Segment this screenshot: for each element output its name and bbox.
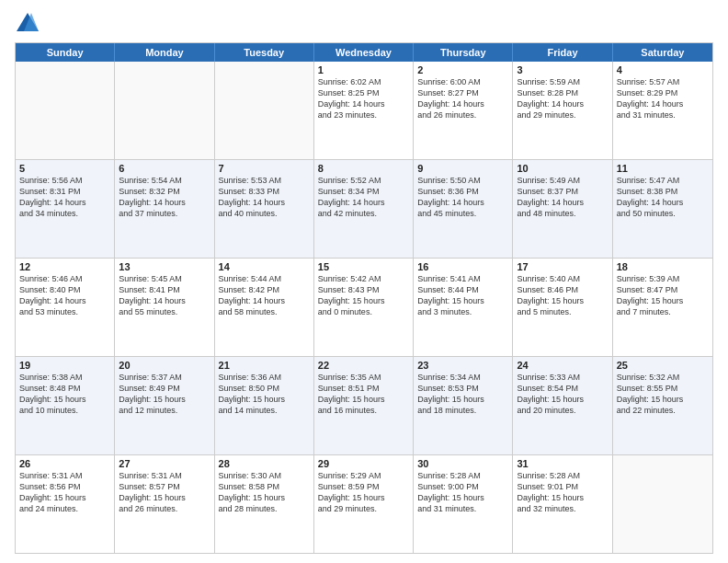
calendar-day-24: 24Sunrise: 5:33 AMSunset: 8:54 PMDayligh… [513, 357, 612, 454]
day-number: 4 [617, 64, 709, 75]
calendar-week-5: 26Sunrise: 5:31 AMSunset: 8:56 PMDayligh… [16, 455, 712, 553]
day-number: 24 [517, 360, 608, 371]
day-number: 29 [318, 458, 409, 469]
calendar-day-23: 23Sunrise: 5:34 AMSunset: 8:53 PMDayligh… [414, 357, 513, 454]
calendar-day-31: 31Sunrise: 5:28 AMSunset: 9:01 PMDayligh… [513, 455, 612, 553]
calendar-day-16: 16Sunrise: 5:41 AMSunset: 8:44 PMDayligh… [414, 259, 513, 356]
day-number: 13 [119, 261, 210, 272]
logo [15, 11, 44, 37]
header [15, 11, 713, 37]
day-info: Sunrise: 5:47 AMSunset: 8:38 PMDaylight:… [617, 175, 709, 220]
day-header-saturday: Saturday [613, 43, 712, 62]
day-info: Sunrise: 5:59 AMSunset: 8:28 PMDaylight:… [517, 76, 608, 121]
calendar-header: SundayMondayTuesdayWednesdayThursdayFrid… [16, 43, 712, 62]
day-number: 26 [19, 458, 110, 469]
day-header-sunday: Sunday [16, 43, 115, 62]
day-number: 30 [417, 458, 508, 469]
calendar-day-7: 7Sunrise: 5:53 AMSunset: 8:33 PMDaylight… [215, 160, 314, 258]
logo-icon [15, 11, 40, 37]
day-info: Sunrise: 5:39 AMSunset: 8:47 PMDaylight:… [617, 273, 709, 318]
calendar-body: 1Sunrise: 6:02 AMSunset: 8:25 PMDaylight… [16, 62, 712, 553]
calendar-day-20: 20Sunrise: 5:37 AMSunset: 8:49 PMDayligh… [115, 357, 214, 454]
calendar-day-5: 5Sunrise: 5:56 AMSunset: 8:31 PMDaylight… [16, 160, 115, 258]
day-header-thursday: Thursday [414, 43, 513, 62]
day-number: 21 [219, 360, 310, 371]
day-info: Sunrise: 5:33 AMSunset: 8:54 PMDaylight:… [517, 372, 608, 417]
calendar-empty-cell [613, 455, 712, 553]
day-info: Sunrise: 6:00 AMSunset: 8:27 PMDaylight:… [417, 76, 508, 121]
day-header-monday: Monday [115, 43, 214, 62]
day-number: 9 [417, 163, 508, 174]
day-info: Sunrise: 5:38 AMSunset: 8:48 PMDaylight:… [19, 372, 110, 417]
day-info: Sunrise: 5:57 AMSunset: 8:29 PMDaylight:… [617, 76, 709, 121]
calendar-day-22: 22Sunrise: 5:35 AMSunset: 8:51 PMDayligh… [314, 357, 414, 454]
day-number: 11 [617, 163, 709, 174]
calendar-day-4: 4Sunrise: 5:57 AMSunset: 8:29 PMDaylight… [613, 62, 712, 159]
calendar-day-21: 21Sunrise: 5:36 AMSunset: 8:50 PMDayligh… [215, 357, 314, 454]
calendar-day-26: 26Sunrise: 5:31 AMSunset: 8:56 PMDayligh… [16, 455, 115, 553]
page: SundayMondayTuesdayWednesdayThursdayFrid… [0, 0, 728, 563]
day-info: Sunrise: 5:54 AMSunset: 8:32 PMDaylight:… [119, 175, 210, 220]
day-info: Sunrise: 5:37 AMSunset: 8:49 PMDaylight:… [119, 372, 210, 417]
day-info: Sunrise: 5:44 AMSunset: 8:42 PMDaylight:… [219, 273, 310, 318]
calendar-week-3: 12Sunrise: 5:46 AMSunset: 8:40 PMDayligh… [16, 259, 712, 357]
calendar-day-9: 9Sunrise: 5:50 AMSunset: 8:36 PMDaylight… [414, 160, 513, 258]
calendar: SundayMondayTuesdayWednesdayThursdayFrid… [15, 42, 713, 554]
day-info: Sunrise: 5:50 AMSunset: 8:36 PMDaylight:… [417, 175, 508, 220]
calendar-day-30: 30Sunrise: 5:28 AMSunset: 9:00 PMDayligh… [414, 455, 513, 553]
day-number: 31 [517, 458, 608, 469]
calendar-day-29: 29Sunrise: 5:29 AMSunset: 8:59 PMDayligh… [314, 455, 414, 553]
day-info: Sunrise: 6:02 AMSunset: 8:25 PMDaylight:… [318, 76, 409, 121]
calendar-day-15: 15Sunrise: 5:42 AMSunset: 8:43 PMDayligh… [314, 259, 414, 356]
day-info: Sunrise: 5:31 AMSunset: 8:56 PMDaylight:… [19, 470, 110, 515]
calendar-day-3: 3Sunrise: 5:59 AMSunset: 8:28 PMDaylight… [513, 62, 612, 159]
calendar-day-1: 1Sunrise: 6:02 AMSunset: 8:25 PMDaylight… [314, 62, 414, 159]
day-number: 25 [617, 360, 709, 371]
day-number: 6 [119, 163, 210, 174]
day-number: 1 [318, 64, 409, 75]
day-info: Sunrise: 5:31 AMSunset: 8:57 PMDaylight:… [119, 470, 210, 515]
day-info: Sunrise: 5:28 AMSunset: 9:00 PMDaylight:… [417, 470, 508, 515]
day-number: 12 [19, 261, 110, 272]
calendar-day-25: 25Sunrise: 5:32 AMSunset: 8:55 PMDayligh… [613, 357, 712, 454]
day-info: Sunrise: 5:46 AMSunset: 8:40 PMDaylight:… [19, 273, 110, 318]
day-number: 20 [119, 360, 210, 371]
calendar-day-19: 19Sunrise: 5:38 AMSunset: 8:48 PMDayligh… [16, 357, 115, 454]
day-number: 8 [318, 163, 409, 174]
day-info: Sunrise: 5:41 AMSunset: 8:44 PMDaylight:… [417, 273, 508, 318]
day-number: 17 [517, 261, 608, 272]
calendar-day-27: 27Sunrise: 5:31 AMSunset: 8:57 PMDayligh… [115, 455, 214, 553]
calendar-week-1: 1Sunrise: 6:02 AMSunset: 8:25 PMDaylight… [16, 62, 712, 160]
calendar-day-17: 17Sunrise: 5:40 AMSunset: 8:46 PMDayligh… [513, 259, 612, 356]
day-info: Sunrise: 5:40 AMSunset: 8:46 PMDaylight:… [517, 273, 608, 318]
day-number: 14 [219, 261, 310, 272]
calendar-day-18: 18Sunrise: 5:39 AMSunset: 8:47 PMDayligh… [613, 259, 712, 356]
day-number: 28 [219, 458, 310, 469]
calendar-day-6: 6Sunrise: 5:54 AMSunset: 8:32 PMDaylight… [115, 160, 214, 258]
day-info: Sunrise: 5:32 AMSunset: 8:55 PMDaylight:… [617, 372, 709, 417]
day-number: 22 [318, 360, 409, 371]
day-header-wednesday: Wednesday [314, 43, 414, 62]
day-header-friday: Friday [513, 43, 612, 62]
day-info: Sunrise: 5:49 AMSunset: 8:37 PMDaylight:… [517, 175, 608, 220]
calendar-day-11: 11Sunrise: 5:47 AMSunset: 8:38 PMDayligh… [613, 160, 712, 258]
day-info: Sunrise: 5:34 AMSunset: 8:53 PMDaylight:… [417, 372, 508, 417]
calendar-day-10: 10Sunrise: 5:49 AMSunset: 8:37 PMDayligh… [513, 160, 612, 258]
calendar-week-2: 5Sunrise: 5:56 AMSunset: 8:31 PMDaylight… [16, 160, 712, 259]
day-info: Sunrise: 5:29 AMSunset: 8:59 PMDaylight:… [318, 470, 409, 515]
calendar-day-12: 12Sunrise: 5:46 AMSunset: 8:40 PMDayligh… [16, 259, 115, 356]
day-header-tuesday: Tuesday [215, 43, 314, 62]
day-number: 7 [219, 163, 310, 174]
day-number: 18 [617, 261, 709, 272]
day-number: 3 [517, 64, 608, 75]
calendar-day-14: 14Sunrise: 5:44 AMSunset: 8:42 PMDayligh… [215, 259, 314, 356]
calendar-empty-cell [215, 62, 314, 159]
day-info: Sunrise: 5:52 AMSunset: 8:34 PMDaylight:… [318, 175, 409, 220]
day-number: 10 [517, 163, 608, 174]
calendar-day-2: 2Sunrise: 6:00 AMSunset: 8:27 PMDaylight… [414, 62, 513, 159]
calendar-day-13: 13Sunrise: 5:45 AMSunset: 8:41 PMDayligh… [115, 259, 214, 356]
calendar-empty-cell [115, 62, 214, 159]
day-info: Sunrise: 5:36 AMSunset: 8:50 PMDaylight:… [219, 372, 310, 417]
day-number: 16 [417, 261, 508, 272]
calendar-empty-cell [16, 62, 115, 159]
